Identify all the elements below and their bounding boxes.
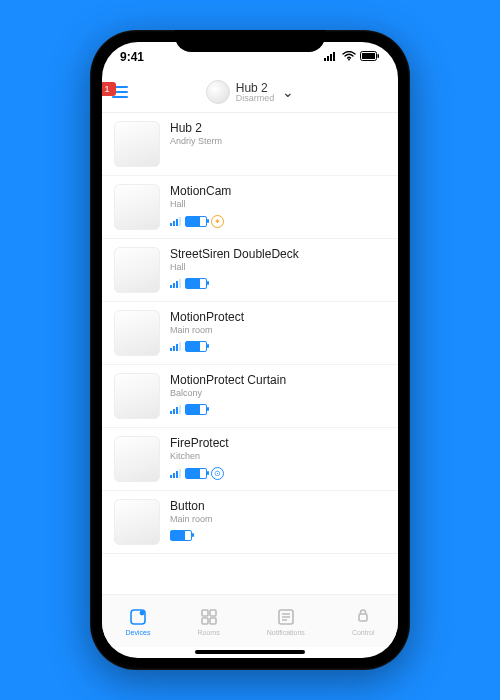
notifs-icon — [276, 607, 296, 627]
tab-control[interactable]: Control — [352, 607, 375, 636]
svg-point-9 — [140, 610, 145, 615]
svg-rect-0 — [324, 58, 326, 61]
home-indicator — [195, 650, 305, 654]
tab-label: Rooms — [197, 629, 219, 636]
device-thumbnail — [114, 310, 160, 356]
device-status-icons — [170, 530, 386, 541]
device-row[interactable]: MotionProtect CurtainBalcony — [102, 365, 398, 428]
devices-icon — [128, 607, 148, 627]
tab-bar: DevicesRoomsNotificationsControl — [102, 594, 398, 647]
screen: 9:41 Hub 2 Disa — [102, 42, 398, 658]
status-right — [324, 50, 380, 64]
device-info: ButtonMain room — [170, 499, 386, 541]
device-row[interactable]: MotionCamHall✦ — [102, 176, 398, 239]
wifi-icon — [342, 50, 356, 64]
device-info: Hub 2Andriy Sterm — [170, 121, 386, 152]
svg-rect-11 — [210, 610, 216, 616]
device-status-icons — [170, 341, 386, 352]
device-list[interactable]: Hub 2Andriy StermMotionCamHall✦StreetSir… — [102, 113, 398, 594]
device-thumbnail — [114, 499, 160, 545]
battery-icon — [185, 216, 207, 227]
device-thumbnail — [114, 373, 160, 419]
clock: 9:41 — [120, 50, 144, 64]
hub-selector[interactable]: Hub 2 Disarmed ⌄ — [206, 80, 295, 104]
device-row[interactable]: MotionProtectMain room — [102, 302, 398, 365]
hub-avatar-icon — [206, 80, 230, 104]
signal-icon — [170, 279, 181, 288]
device-name: Button — [170, 499, 386, 513]
device-row[interactable]: FireProtectKitchen⊙ — [102, 428, 398, 491]
svg-rect-2 — [330, 54, 332, 61]
device-info: FireProtectKitchen⊙ — [170, 436, 386, 480]
battery-icon — [185, 468, 207, 479]
notification-badge[interactable]: 1 — [102, 82, 116, 96]
battery-icon — [185, 278, 207, 289]
warning-icon: ✦ — [211, 215, 224, 228]
hub-name: Hub 2 — [236, 82, 275, 94]
device-thumbnail — [114, 247, 160, 293]
device-info: StreetSiren DoubleDeckHall — [170, 247, 386, 289]
device-row[interactable]: StreetSiren DoubleDeckHall — [102, 239, 398, 302]
device-name: FireProtect — [170, 436, 386, 450]
cellular-icon — [324, 50, 338, 64]
svg-rect-7 — [378, 54, 380, 58]
device-row[interactable]: Hub 2Andriy Sterm — [102, 113, 398, 176]
svg-point-4 — [348, 59, 350, 61]
device-room: Hall — [170, 199, 386, 209]
hub-state: Disarmed — [236, 94, 275, 103]
app-header: Hub 2 Disarmed ⌄ — [102, 72, 398, 113]
rooms-icon — [199, 607, 219, 627]
svg-rect-1 — [327, 56, 329, 61]
tab-devices[interactable]: Devices — [126, 607, 151, 636]
svg-rect-6 — [362, 53, 375, 59]
device-status-icons: ✦ — [170, 215, 386, 228]
svg-rect-12 — [202, 618, 208, 624]
control-icon — [353, 607, 373, 627]
svg-rect-10 — [202, 610, 208, 616]
device-name: StreetSiren DoubleDeck — [170, 247, 386, 261]
device-name: MotionProtect Curtain — [170, 373, 386, 387]
device-thumbnail — [114, 184, 160, 230]
chevron-down-icon: ⌄ — [282, 84, 294, 100]
notch — [175, 30, 325, 52]
tab-label: Devices — [126, 629, 151, 636]
svg-rect-18 — [359, 614, 367, 621]
device-name: MotionCam — [170, 184, 386, 198]
signal-icon — [170, 217, 181, 226]
status-icon: ⊙ — [211, 467, 224, 480]
battery-icon — [185, 341, 207, 352]
battery-icon — [170, 530, 192, 541]
device-status-icons — [170, 278, 386, 289]
tab-label: Control — [352, 629, 375, 636]
signal-icon — [170, 405, 181, 414]
device-status-icons — [170, 404, 386, 415]
device-info: MotionProtect CurtainBalcony — [170, 373, 386, 415]
tab-label: Notifications — [267, 629, 305, 636]
battery-icon — [360, 50, 380, 64]
battery-icon — [185, 404, 207, 415]
device-room: Balcony — [170, 388, 386, 398]
device-status-icons: ⊙ — [170, 467, 386, 480]
device-room: Andriy Sterm — [170, 136, 386, 146]
device-thumbnail — [114, 436, 160, 482]
device-room: Hall — [170, 262, 386, 272]
device-info: MotionProtectMain room — [170, 310, 386, 352]
device-room: Main room — [170, 514, 386, 524]
hub-label: Hub 2 Disarmed — [236, 82, 275, 103]
svg-rect-3 — [333, 52, 335, 61]
device-room: Main room — [170, 325, 386, 335]
device-room: Kitchen — [170, 451, 386, 461]
device-row[interactable]: ButtonMain room — [102, 491, 398, 554]
device-name: Hub 2 — [170, 121, 386, 135]
svg-rect-13 — [210, 618, 216, 624]
device-info: MotionCamHall✦ — [170, 184, 386, 228]
phone-frame: 9:41 Hub 2 Disa — [90, 30, 410, 670]
tab-rooms[interactable]: Rooms — [197, 607, 219, 636]
tab-notifs[interactable]: Notifications — [267, 607, 305, 636]
device-thumbnail — [114, 121, 160, 167]
signal-icon — [170, 469, 181, 478]
device-name: MotionProtect — [170, 310, 386, 324]
signal-icon — [170, 342, 181, 351]
